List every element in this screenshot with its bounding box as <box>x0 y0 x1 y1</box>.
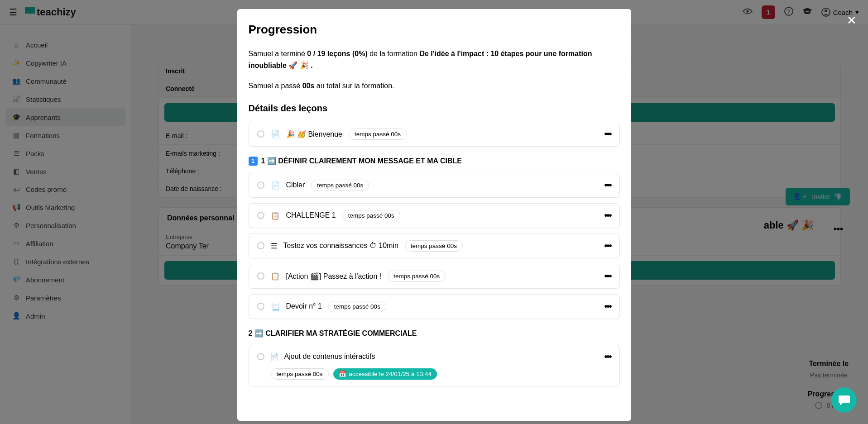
lesson-title: CHALLENGE 1 <box>286 211 336 219</box>
radio-icon[interactable] <box>257 353 264 360</box>
details-heading: Détails des leçons <box>249 103 620 114</box>
time-badge: temps passé 00s <box>311 180 369 191</box>
lesson-card[interactable]: ☰ Testez vos connaissances ⏱ 10min temps… <box>249 233 620 258</box>
modal-summary-1: Samuel a terminé 0 / 19 leçons (0%) de l… <box>249 48 620 71</box>
time-badge: temps passé 00s <box>388 271 446 282</box>
radio-icon[interactable] <box>257 212 264 219</box>
lesson-title: Testez vos connaissances ⏱ 10min <box>283 242 398 250</box>
time-badge: temps passé 00s <box>342 210 400 221</box>
lesson-title: Devoir n° 1 <box>286 302 322 310</box>
modal-title: Progression <box>249 23 620 37</box>
time-badge: temps passé 00s <box>405 240 463 252</box>
close-icon[interactable]: ✕ <box>847 14 857 28</box>
time-badge: temps passé 00s <box>271 368 329 380</box>
chat-fab[interactable] <box>831 387 857 413</box>
clipboard-icon: 📋 <box>271 211 280 220</box>
radio-icon[interactable] <box>257 303 264 310</box>
lesson-card[interactable]: 📄 Ajout de contenus intéractifs ••• temp… <box>249 345 620 386</box>
more-icon[interactable]: ••• <box>604 301 611 312</box>
lesson-title: Cibler <box>286 181 305 189</box>
clipboard-icon: 📋 <box>271 272 280 281</box>
more-icon[interactable]: ••• <box>604 129 611 139</box>
lesson-card[interactable]: 📄 🎉 🥳 Bienvenue temps passé 00s ••• <box>249 122 620 147</box>
more-icon[interactable]: ••• <box>604 180 611 191</box>
lesson-title: Ajout de contenus intéractifs <box>284 353 375 361</box>
time-badge: temps passé 00s <box>328 301 386 312</box>
time-badge: temps passé 00s <box>349 129 407 140</box>
radio-icon[interactable] <box>257 181 264 189</box>
radio-icon[interactable] <box>257 130 264 138</box>
doc-icon: 📄 <box>271 181 280 190</box>
lesson-card[interactable]: 📋 CHALLENGE 1 temps passé 00s ••• <box>249 203 620 228</box>
modal-summary-2: Samuel a passé 00s au total sur la forma… <box>249 80 620 92</box>
progression-modal: Progression Samuel a terminé 0 / 19 leço… <box>237 9 631 421</box>
radio-icon[interactable] <box>257 272 264 280</box>
more-icon[interactable]: ••• <box>604 352 611 362</box>
radio-icon[interactable] <box>257 242 264 249</box>
doc-icon: 📄 <box>271 130 280 138</box>
calendar-icon: 📅 <box>339 370 346 377</box>
doc-icon: 📄 <box>270 353 279 361</box>
number-badge-icon: 1 <box>249 157 258 166</box>
list-check-icon: ☰ <box>271 242 277 250</box>
lesson-card[interactable]: 📋 [Action 🎬] Passez à l'action ! temps p… <box>249 264 620 289</box>
lesson-card[interactable]: 📄 Cibler temps passé 00s ••• <box>249 173 620 198</box>
section-header: 1 1 ➡️ DÉFINIR CLAIREMENT MON MESSAGE ET… <box>249 157 620 166</box>
section-header: 2 ➡️ CLARIFIER MA STRATÉGIE COMMERCIALE <box>249 329 620 338</box>
lesson-card[interactable]: 📃 Devoir n° 1 temps passé 00s ••• <box>249 294 620 319</box>
more-icon[interactable]: ••• <box>604 241 611 251</box>
more-icon[interactable]: ••• <box>604 210 611 221</box>
access-badge: 📅 accessible le 24/01/25 à 13:44 <box>333 368 437 380</box>
lesson-title: [Action 🎬] Passez à l'action ! <box>286 272 382 281</box>
file-icon: 📃 <box>271 302 280 311</box>
lesson-title: 🎉 🥳 Bienvenue <box>286 130 343 138</box>
more-icon[interactable]: ••• <box>604 271 611 281</box>
